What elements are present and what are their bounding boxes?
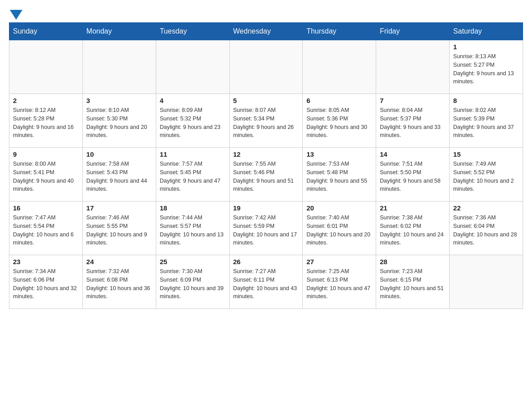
day-info: Sunrise: 7:36 AMSunset: 6:04 PMDaylight:… (453, 214, 519, 247)
day-number: 21 (380, 204, 446, 212)
table-row: 15Sunrise: 7:49 AMSunset: 5:52 PMDayligh… (450, 148, 523, 201)
header-friday: Friday (376, 23, 450, 40)
table-row (229, 40, 303, 94)
day-number: 9 (13, 150, 79, 158)
day-number: 23 (13, 258, 79, 265)
day-info: Sunrise: 8:13 AMSunset: 5:27 PMDaylight:… (453, 52, 519, 86)
day-info: Sunrise: 8:09 AMSunset: 5:32 PMDaylight:… (160, 106, 226, 140)
day-info: Sunrise: 8:04 AMSunset: 5:37 PMDaylight:… (380, 106, 446, 140)
day-info: Sunrise: 8:05 AMSunset: 5:36 PMDaylight:… (306, 106, 372, 140)
day-number: 3 (86, 97, 152, 104)
header-sunday: Sunday (9, 23, 83, 40)
table-row: 25Sunrise: 7:30 AMSunset: 6:09 PMDayligh… (156, 255, 229, 309)
day-number: 25 (160, 258, 226, 265)
day-info: Sunrise: 7:51 AMSunset: 5:50 PMDaylight:… (380, 160, 446, 193)
table-row: 3Sunrise: 8:10 AMSunset: 5:30 PMDaylight… (82, 94, 156, 148)
table-row (82, 40, 156, 94)
table-row: 6Sunrise: 8:05 AMSunset: 5:36 PMDaylight… (303, 94, 376, 148)
day-info: Sunrise: 8:02 AMSunset: 5:39 PMDaylight:… (453, 106, 519, 140)
table-row: 10Sunrise: 7:58 AMSunset: 5:43 PMDayligh… (82, 148, 156, 201)
day-info: Sunrise: 7:53 AMSunset: 5:48 PMDaylight:… (306, 160, 372, 193)
day-number: 2 (13, 97, 79, 104)
day-number: 11 (160, 150, 226, 158)
table-row: 22Sunrise: 7:36 AMSunset: 6:04 PMDayligh… (450, 201, 523, 255)
day-number: 14 (380, 150, 446, 158)
table-row: 19Sunrise: 7:42 AMSunset: 5:59 PMDayligh… (229, 201, 303, 255)
table-row: 2Sunrise: 8:12 AMSunset: 5:28 PMDaylight… (9, 94, 83, 148)
day-number: 26 (233, 258, 299, 265)
table-row: 12Sunrise: 7:55 AMSunset: 5:46 PMDayligh… (229, 148, 303, 201)
day-info: Sunrise: 7:42 AMSunset: 5:59 PMDaylight:… (233, 214, 299, 247)
calendar-body: 1Sunrise: 8:13 AMSunset: 5:27 PMDaylight… (9, 40, 523, 309)
table-row: 28Sunrise: 7:23 AMSunset: 6:15 PMDayligh… (376, 255, 450, 309)
svg-marker-0 (10, 10, 22, 20)
calendar-header: Sunday Monday Tuesday Wednesday Thursday… (9, 23, 523, 40)
table-row: 9Sunrise: 8:00 AMSunset: 5:41 PMDaylight… (9, 148, 83, 201)
calendar-table: Sunday Monday Tuesday Wednesday Thursday… (9, 22, 523, 309)
day-number: 22 (453, 204, 519, 212)
day-info: Sunrise: 7:44 AMSunset: 5:57 PMDaylight:… (160, 214, 226, 247)
header-wednesday: Wednesday (229, 23, 303, 40)
day-number: 13 (306, 150, 372, 158)
day-info: Sunrise: 7:57 AMSunset: 5:45 PMDaylight:… (160, 160, 226, 193)
day-info: Sunrise: 7:32 AMSunset: 6:08 PMDaylight:… (86, 267, 152, 301)
day-number: 8 (453, 97, 519, 104)
table-row: 24Sunrise: 7:32 AMSunset: 6:08 PMDayligh… (82, 255, 156, 309)
day-info: Sunrise: 7:34 AMSunset: 6:06 PMDaylight:… (13, 267, 79, 301)
day-info: Sunrise: 7:46 AMSunset: 5:55 PMDaylight:… (86, 214, 152, 247)
table-row: 16Sunrise: 7:47 AMSunset: 5:54 PMDayligh… (9, 201, 83, 255)
day-info: Sunrise: 7:40 AMSunset: 6:01 PMDaylight:… (306, 214, 372, 247)
table-row: 26Sunrise: 7:27 AMSunset: 6:11 PMDayligh… (229, 255, 303, 309)
day-info: Sunrise: 7:23 AMSunset: 6:15 PMDaylight:… (380, 267, 446, 301)
day-number: 10 (86, 150, 152, 158)
header-tuesday: Tuesday (156, 23, 229, 40)
day-info: Sunrise: 7:30 AMSunset: 6:09 PMDaylight:… (160, 267, 226, 301)
day-info: Sunrise: 7:27 AMSunset: 6:11 PMDaylight:… (233, 267, 299, 301)
header-saturday: Saturday (450, 23, 523, 40)
day-info: Sunrise: 8:12 AMSunset: 5:28 PMDaylight:… (13, 106, 79, 140)
day-info: Sunrise: 7:25 AMSunset: 6:13 PMDaylight:… (306, 267, 372, 301)
day-info: Sunrise: 7:38 AMSunset: 6:02 PMDaylight:… (380, 214, 446, 247)
table-row: 27Sunrise: 7:25 AMSunset: 6:13 PMDayligh… (303, 255, 376, 309)
table-row (376, 40, 450, 94)
header-thursday: Thursday (303, 23, 376, 40)
day-number: 28 (380, 258, 446, 265)
table-row: 13Sunrise: 7:53 AMSunset: 5:48 PMDayligh… (303, 148, 376, 201)
table-row: 21Sunrise: 7:38 AMSunset: 6:02 PMDayligh… (376, 201, 450, 255)
day-info: Sunrise: 7:47 AMSunset: 5:54 PMDaylight:… (13, 214, 79, 247)
table-row: 11Sunrise: 7:57 AMSunset: 5:45 PMDayligh… (156, 148, 229, 201)
day-number: 24 (86, 258, 152, 265)
table-row: 20Sunrise: 7:40 AMSunset: 6:01 PMDayligh… (303, 201, 376, 255)
day-info: Sunrise: 8:10 AMSunset: 5:30 PMDaylight:… (86, 106, 152, 140)
table-row (303, 40, 376, 94)
table-row (9, 40, 83, 94)
day-number: 27 (306, 258, 372, 265)
day-number: 16 (13, 204, 79, 212)
table-row: 18Sunrise: 7:44 AMSunset: 5:57 PMDayligh… (156, 201, 229, 255)
logo (9, 9, 22, 18)
table-row: 7Sunrise: 8:04 AMSunset: 5:37 PMDaylight… (376, 94, 450, 148)
day-number: 20 (306, 204, 372, 212)
day-info: Sunrise: 7:49 AMSunset: 5:52 PMDaylight:… (453, 160, 519, 193)
header-monday: Monday (82, 23, 156, 40)
day-number: 19 (233, 204, 299, 212)
table-row (450, 255, 523, 309)
table-row (156, 40, 229, 94)
table-row: 5Sunrise: 8:07 AMSunset: 5:34 PMDaylight… (229, 94, 303, 148)
table-row: 23Sunrise: 7:34 AMSunset: 6:06 PMDayligh… (9, 255, 83, 309)
table-row: 1Sunrise: 8:13 AMSunset: 5:27 PMDaylight… (450, 40, 523, 94)
day-number: 4 (160, 97, 226, 104)
day-number: 5 (233, 97, 299, 104)
day-number: 12 (233, 150, 299, 158)
day-info: Sunrise: 7:58 AMSunset: 5:43 PMDaylight:… (86, 160, 152, 193)
day-number: 15 (453, 150, 519, 158)
day-info: Sunrise: 8:00 AMSunset: 5:41 PMDaylight:… (13, 160, 79, 193)
logo-arrow-icon (10, 10, 22, 20)
day-number: 1 (453, 43, 519, 51)
table-row: 4Sunrise: 8:09 AMSunset: 5:32 PMDaylight… (156, 94, 229, 148)
table-row: 17Sunrise: 7:46 AMSunset: 5:55 PMDayligh… (82, 201, 156, 255)
day-number: 18 (160, 204, 226, 212)
table-row: 8Sunrise: 8:02 AMSunset: 5:39 PMDaylight… (450, 94, 523, 148)
day-number: 17 (86, 204, 152, 212)
page-header (9, 9, 523, 18)
